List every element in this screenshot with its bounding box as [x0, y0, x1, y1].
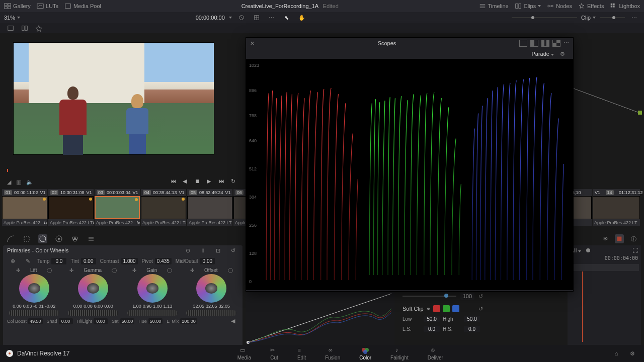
- wheel-value[interactable]: 0.96: [143, 304, 152, 309]
- gain-wheel[interactable]: [137, 274, 168, 303]
- softclip-ls-value[interactable]: 0.0: [424, 326, 440, 332]
- picker-icon[interactable]: ◢: [7, 179, 11, 186]
- wheel-picker-icon[interactable]: ✛: [69, 267, 73, 273]
- softclip-red-button[interactable]: [433, 305, 440, 312]
- clip-thumbnail[interactable]: V1 14 01:12:31:12 Apple ProRes 422 LT: [593, 189, 640, 226]
- page-edit-button[interactable]: ≡Edit: [297, 347, 306, 360]
- hdr-wheels-icon[interactable]: [54, 234, 63, 243]
- rgb-mixer-icon[interactable]: [70, 234, 79, 243]
- scopes-layout4-icon[interactable]: [552, 40, 560, 47]
- wipe-icon[interactable]: [5, 24, 16, 33]
- video-viewer[interactable]: [13, 42, 214, 155]
- timeline-button[interactable]: Timeline: [479, 3, 509, 10]
- page-cut-button[interactable]: ✂Cut: [270, 347, 278, 360]
- scope-mode-dropdown[interactable]: Parade: [531, 51, 554, 57]
- zoom-dropdown[interactable]: 31%: [4, 15, 20, 21]
- nodes-button[interactable]: Nodes: [547, 3, 572, 10]
- curves-tool-icon[interactable]: [6, 234, 15, 243]
- wheel-reset-icon[interactable]: [112, 268, 117, 273]
- scopes-layout1-icon[interactable]: [519, 40, 527, 47]
- temp-value[interactable]: 0.0: [51, 258, 66, 264]
- lift-jog[interactable]: [9, 310, 59, 316]
- page-fusion-button[interactable]: ∞Fusion: [325, 347, 340, 360]
- luts-button[interactable]: LUTs: [37, 3, 58, 10]
- info-icon[interactable]: ⓘ: [629, 234, 638, 243]
- page-media-button[interactable]: ▭Media: [237, 347, 251, 360]
- primaries-mode1-icon[interactable]: ⊙: [182, 246, 193, 255]
- play-button[interactable]: ▶: [207, 178, 215, 186]
- keyframe-expand-icon[interactable]: ⛶: [632, 247, 638, 253]
- page-color-button[interactable]: Color: [359, 347, 371, 360]
- wheel-value[interactable]: 0.00: [84, 304, 93, 309]
- wheel-value[interactable]: -0.01: [33, 304, 44, 309]
- qualifier-icon[interactable]: [22, 234, 31, 243]
- pivot-value[interactable]: 0.435: [155, 258, 172, 264]
- clip-thumbnail[interactable]: 0508:53:49:24V1 Apple ProRes 422 LT: [187, 189, 232, 226]
- next-frame-button[interactable]: ⏭: [219, 178, 227, 186]
- keyframe-playhead[interactable]: [582, 272, 583, 342]
- scopes-layout3-icon[interactable]: [541, 40, 549, 47]
- bypass-icon[interactable]: [236, 13, 247, 22]
- softclip-high-value[interactable]: 50.0: [464, 316, 480, 322]
- wheel-reset-icon[interactable]: [47, 268, 52, 273]
- wheel-value[interactable]: 0.00: [94, 304, 103, 309]
- offset-jog[interactable]: [186, 310, 236, 316]
- wheel-value[interactable]: 1.13: [164, 304, 173, 309]
- link-icon[interactable]: ⚭: [426, 306, 431, 312]
- grid-icon[interactable]: [251, 13, 262, 22]
- node-options-icon[interactable]: ⋯: [629, 13, 640, 22]
- softclip-reset-icon[interactable]: ↺: [478, 306, 483, 312]
- auto-balance-icon[interactable]: ⊚: [7, 256, 18, 265]
- home-icon[interactable]: ⌂: [611, 349, 622, 358]
- wheel-value[interactable]: 0.03: [23, 304, 32, 309]
- clip-dropdown[interactable]: Clip: [581, 15, 596, 21]
- wheel-value[interactable]: 0.00: [73, 304, 83, 309]
- prev-frame-button[interactable]: ◀: [183, 178, 191, 186]
- sat-value[interactable]: 50.00: [120, 318, 135, 324]
- softclip-master-reset-icon[interactable]: ↺: [478, 293, 483, 300]
- lift-wheel[interactable]: [19, 274, 49, 303]
- softclip-green-button[interactable]: [443, 305, 450, 312]
- lightbox-button[interactable]: Lightbox: [610, 3, 640, 10]
- split-icon[interactable]: [19, 24, 30, 33]
- loop-button[interactable]: ↻: [231, 178, 239, 186]
- wheel-value[interactable]: 0.00: [13, 304, 22, 309]
- split-view-icon[interactable]: ▥: [16, 179, 21, 186]
- effects-button[interactable]: Effects: [578, 3, 604, 10]
- gallery-button[interactable]: Gallery: [4, 3, 31, 10]
- clip-thumbnail[interactable]: 0300:00:03:04V1 Apple ProRes 422... fx: [95, 189, 140, 226]
- settings-icon[interactable]: ⚙: [627, 349, 638, 358]
- primaries-mode2-icon[interactable]: ⦀: [197, 246, 208, 255]
- gain-jog[interactable]: [127, 310, 178, 316]
- softclip-low-value[interactable]: 50.0: [424, 316, 440, 322]
- wheel-value[interactable]: 1.00: [153, 304, 162, 309]
- softclip-master-slider[interactable]: [403, 296, 456, 297]
- wheel-value[interactable]: -0.02: [45, 304, 56, 309]
- page-prev-icon[interactable]: ◀: [227, 317, 238, 326]
- wheel-value[interactable]: 1.00: [132, 304, 141, 309]
- hue-value[interactable]: 50.00: [148, 318, 163, 324]
- page-deliver-button[interactable]: ⎋Deliver: [428, 347, 443, 360]
- page-fairlight-button[interactable]: ♪Fairlight: [390, 347, 409, 360]
- scope-settings-icon[interactable]: ⚙: [557, 49, 568, 58]
- contrast-value[interactable]: 1.000: [121, 258, 138, 264]
- tint-value[interactable]: 0.00: [81, 258, 96, 264]
- primary-wheels-icon[interactable]: [38, 234, 47, 243]
- curves-panel[interactable]: [246, 290, 394, 345]
- wheel-picker-icon[interactable]: ✛: [16, 267, 20, 273]
- wheel-picker-icon[interactable]: ✛: [190, 267, 194, 273]
- view-toggle-icon[interactable]: 👁: [601, 234, 610, 243]
- hilight-value[interactable]: 0.00: [94, 318, 108, 324]
- pointer-icon[interactable]: ⬉: [281, 13, 292, 22]
- colboost-value[interactable]: 49.50: [28, 318, 43, 324]
- gamma-wheel[interactable]: [78, 274, 108, 303]
- offset-wheel[interactable]: [196, 274, 226, 303]
- wheel-value[interactable]: 32.05: [193, 304, 204, 309]
- playhead-marker[interactable]: [7, 169, 8, 172]
- lmix-value[interactable]: 100.00: [180, 318, 197, 324]
- scopes-layout2-icon[interactable]: [530, 40, 538, 47]
- mute-icon[interactable]: 🔈: [26, 179, 33, 186]
- options-icon[interactable]: ⋯: [266, 13, 277, 22]
- keyframe-body[interactable]: [568, 272, 641, 342]
- scopes-options-icon[interactable]: ⋯: [564, 40, 569, 47]
